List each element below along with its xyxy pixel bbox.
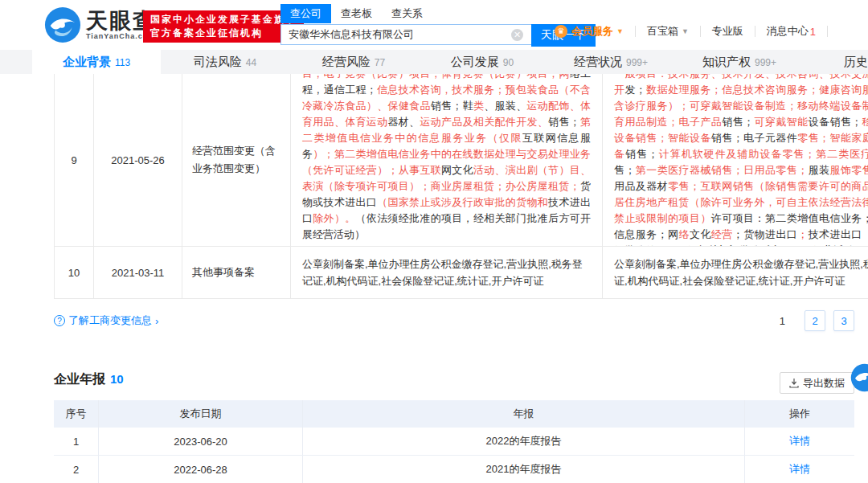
header: 天眼查 TianYanCha.com 国家中小企业发展子基金旗下 官方备案企业征… [0, 0, 868, 50]
change-type: 其他事项备案 [182, 247, 291, 298]
change-type: 经营范围变更（含业务范围变更） [182, 74, 291, 246]
scope-text-after: 一般项目：技术服务、技术开发、技术咨询、技术交流；软件开发；数据处理服务；信息技… [603, 74, 868, 246]
learn-change-info-link[interactable]: ? 了解工商变更信息 › [54, 313, 158, 328]
brand-logo[interactable]: 天眼查 TianYanCha.com [44, 6, 156, 43]
annual-report-table: 序号 发布日期 年报 操作 1 2023-06-20 2022的年度报告 详情 … [54, 400, 854, 483]
table-row: 2 2022-06-28 2021的年度报告 详情 [54, 456, 854, 483]
pro-version-menu[interactable]: 专业版 [712, 24, 743, 39]
tab-company-background[interactable]: 企业背景113 [32, 50, 161, 74]
table-row: 9 2021-05-26 经营范围变更（含业务范围变更） 目；电子竞赛（比赛）项… [54, 74, 868, 247]
table-row: 1 2023-06-20 2022的年度报告 详情 [54, 428, 854, 456]
change-records-table: 9 2021-05-26 经营范围变更（含业务范围变更） 目；电子竞赛（比赛）项… [54, 74, 868, 299]
tab-intellectual-property[interactable]: 知识产权999+ [675, 50, 804, 74]
tianyancha-company-page: 天眼查 TianYanCha.com 国家中小企业发展子基金旗下 官方备案企业征… [0, 0, 868, 483]
search-tab-company[interactable]: 查公司 [280, 4, 331, 23]
col-header-seq: 序号 [54, 400, 99, 428]
tab-operation-risk[interactable]: 经营风险77 [289, 50, 418, 74]
page-3-button[interactable]: 3 [833, 310, 854, 331]
section-count: 10 [110, 372, 124, 386]
floating-logo-widget[interactable] [850, 363, 868, 392]
divider [635, 26, 636, 37]
divider [827, 26, 828, 37]
change-before-cell: 公章刻制备案,单位办理住房公积金缴存登记,营业执照,税务登记证,机构代码证,社会… [291, 247, 603, 298]
col-header-report: 年报 [303, 400, 745, 428]
row-seq: 10 [54, 247, 94, 298]
tab-operating-status[interactable]: 经营状况999+ [547, 50, 675, 74]
row-seq: 9 [54, 74, 94, 246]
download-icon [789, 379, 799, 388]
message-center-menu[interactable]: 消息中心 1 [767, 24, 816, 39]
toolbox-menu[interactable]: 百宝箱 ▼ HOT [647, 24, 689, 39]
question-circle-icon: ? [54, 315, 65, 326]
tianyancha-logo-icon [44, 6, 81, 43]
crown-icon: ♛ [555, 25, 567, 38]
annual-report-header: 企业年报 10 [54, 371, 124, 388]
tab-company-development[interactable]: 公司发展90 [418, 50, 547, 74]
col-header-action: 操作 [745, 400, 854, 428]
chevron-right-icon: › [155, 315, 158, 327]
section-title: 企业年报 [54, 371, 105, 388]
search-input[interactable] [280, 24, 531, 45]
vip-service-menu[interactable]: ♛ 会员服务 ▼ [555, 24, 624, 39]
change-after-cell: 一般项目：技术服务、技术开发、技术咨询、技术交流；软件开发；数据处理服务；信息技… [603, 74, 868, 246]
detail-link[interactable]: 详情 [789, 434, 810, 448]
message-count-badge: 1 [810, 26, 816, 38]
page-2-button[interactable]: 2 [805, 310, 825, 331]
change-date: 2021-05-26 [94, 74, 182, 246]
col-header-date: 发布日期 [99, 400, 303, 428]
pagination: 1 2 3 [780, 310, 854, 331]
search-tab-boss[interactable]: 查老板 [331, 4, 382, 23]
top-menu: ♛ 会员服务 ▼ 百宝箱 ▼ HOT 专业版 消息中心 1 [555, 23, 868, 40]
scope-text-before: 目；电子竞赛（比赛）项目；体育竞赛（比赛）项目；网络工程，通信工程；信息技术咨询… [291, 74, 602, 243]
chevron-down-icon: ▼ [682, 27, 689, 35]
divider [700, 26, 701, 37]
search-tab-relation[interactable]: 查关系 [382, 4, 432, 23]
clear-icon[interactable]: ✕ [511, 29, 523, 41]
export-data-button[interactable]: 导出数据 [780, 372, 854, 394]
tab-judicial-risk[interactable]: 司法风险44 [161, 50, 289, 74]
gov-certification-badge: 国家中小企业发展子基金旗下 官方备案企业征信机构 [143, 10, 304, 43]
table-row: 10 2021-03-11 其他事项备案 公章刻制备案,单位办理住房公积金缴存登… [54, 247, 868, 299]
divider [755, 26, 755, 37]
search-tabs: 查公司 查老板 查关系 [280, 4, 596, 23]
detail-link[interactable]: 详情 [789, 462, 810, 477]
table-header-row: 序号 发布日期 年报 操作 [54, 400, 854, 428]
chevron-down-icon: ▼ [616, 27, 624, 35]
change-after-cell: 公章刻制备案,单位办理住房公积金缴存登记,营业执照,税务登记证,机构代码证,社会… [603, 247, 868, 298]
tab-history-info[interactable]: 历史信息 [804, 50, 868, 74]
search-area: 查公司 查老板 查关系 ✕ 天眼一下 [280, 4, 596, 47]
change-date: 2021-03-11 [94, 247, 182, 298]
change-before-cell: 目；电子竞赛（比赛）项目；体育竞赛（比赛）项目；网络工程，通信工程；信息技术咨询… [291, 74, 603, 246]
section-nav-tabs: 企业背景113 司法风险44 经营风险77 公司发展90 经营状况999+ 知识… [0, 50, 868, 74]
page-current[interactable]: 1 [780, 315, 785, 327]
